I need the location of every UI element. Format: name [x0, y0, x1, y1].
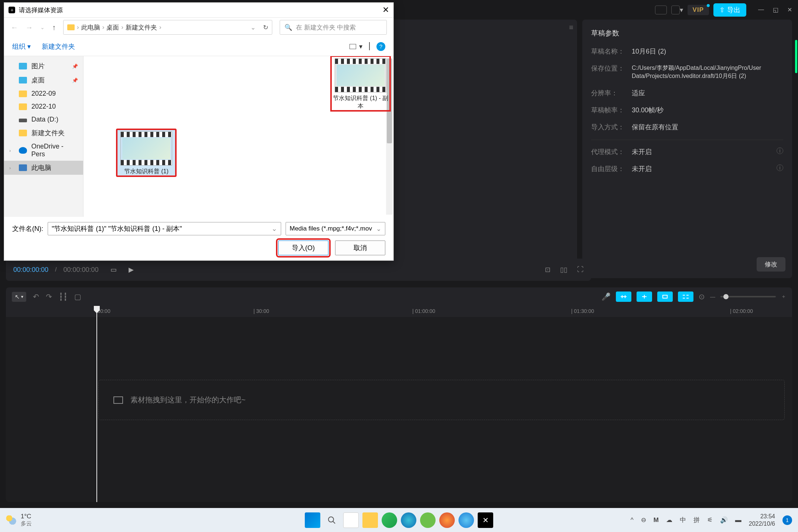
redo-button[interactable]: ↷: [46, 292, 52, 301]
search-input[interactable]: 🔍 在 新建文件夹 中搜索: [280, 20, 387, 35]
timeline[interactable]: |00:00 | 30:00 | 01:00:00 | 01:30:00 | 0…: [6, 306, 792, 502]
timeline-tool-2[interactable]: [637, 291, 652, 302]
playhead[interactable]: [96, 306, 97, 502]
export-icon: ⇧: [719, 6, 725, 14]
volume-icon[interactable]: 🔊: [720, 516, 728, 524]
tray-chevron-icon[interactable]: ^: [631, 516, 634, 524]
sidebar-item[interactable]: Data (D:): [4, 113, 83, 126]
preview-pane-button[interactable]: [369, 42, 370, 50]
close-button[interactable]: ✕: [787, 6, 792, 13]
start-button[interactable]: [305, 512, 320, 528]
task-view-button[interactable]: [343, 512, 359, 528]
weather-widget[interactable]: 1°C多云: [6, 513, 32, 527]
filename-input[interactable]: "节水知识科普 (1)" "节水知识科普 (1) - 副本"⌄: [48, 222, 281, 235]
tray-icon[interactable]: ⊖: [641, 516, 646, 524]
file-explorer-icon[interactable]: [362, 512, 378, 528]
ime-indicator[interactable]: 中: [680, 516, 686, 524]
onedrive-icon[interactable]: ☁: [666, 516, 672, 524]
tray-icon[interactable]: M: [654, 516, 659, 524]
help-button[interactable]: ?: [376, 42, 385, 51]
keyboard-icon[interactable]: [655, 4, 667, 16]
delete-button[interactable]: ▢: [74, 292, 81, 301]
frame-icon[interactable]: ⊡: [545, 266, 550, 274]
search-icon: 🔍: [284, 24, 292, 31]
split-button[interactable]: ┇┇: [59, 292, 68, 301]
ruler-tick: | 30:00: [253, 308, 269, 314]
maximize-button[interactable]: ◱: [773, 6, 778, 13]
zoom-in-button[interactable]: ＋: [781, 293, 786, 300]
sidebar-item[interactable]: ›此电脑: [4, 161, 83, 175]
undo-button[interactable]: ↶: [33, 292, 39, 301]
view-mode-button[interactable]: ▾: [349, 42, 362, 51]
play-button[interactable]: ▶: [129, 266, 134, 274]
sidebar-item[interactable]: ›OneDrive - Pers: [4, 140, 83, 161]
modify-button[interactable]: 修改: [757, 257, 785, 272]
time-text: 23:54: [749, 513, 775, 520]
settings-icon[interactable]: ⊙: [699, 292, 705, 301]
import-button[interactable]: 导入(O): [278, 241, 328, 255]
nav-up-button[interactable]: ↑: [52, 23, 56, 32]
taskbar-app[interactable]: [382, 512, 397, 528]
vip-badge[interactable]: VIP: [688, 5, 709, 15]
timeline-drop-hint: 素材拖拽到这里，开始你的大作吧~: [98, 380, 785, 420]
new-folder-button[interactable]: 新建文件夹: [42, 42, 75, 51]
export-button[interactable]: ⇧ 导出: [713, 3, 746, 17]
taskbar-app[interactable]: [458, 512, 474, 528]
sidebar-item[interactable]: 2022-10: [4, 100, 83, 113]
timeline-tool-4[interactable]: [678, 291, 693, 302]
timeline-tool-3[interactable]: [657, 291, 673, 302]
sidebar-item[interactable]: 桌面📌: [4, 73, 83, 87]
zoom-slider[interactable]: [720, 296, 776, 297]
taskbar-app[interactable]: [420, 512, 436, 528]
dialog-nav-bar: ← → ⌄ ↑ › 此电脑› 桌面› 新建文件夹› ⌄ ↻ 🔍 在 新建文件夹 …: [4, 17, 393, 37]
taskbar-search[interactable]: [324, 512, 340, 528]
nav-forward-button[interactable]: →: [25, 23, 33, 32]
edge-icon[interactable]: [401, 512, 416, 528]
battery-icon[interactable]: ▬: [735, 516, 741, 524]
firefox-icon[interactable]: [439, 512, 455, 528]
jianying-icon[interactable]: ✕: [478, 512, 493, 528]
draft-name-value: 10月6日 (2): [632, 47, 783, 56]
dialog-close-button[interactable]: ✕: [382, 5, 389, 15]
clock[interactable]: 23:54 2022/10/6: [749, 513, 775, 527]
chevron-down-icon[interactable]: ⌄: [250, 24, 256, 31]
timeline-ruler[interactable]: |00:00 | 30:00 | 01:00:00 | 01:30:00 | 0…: [6, 306, 792, 317]
ime-indicator[interactable]: 拼: [693, 516, 700, 524]
breadcrumb-segment[interactable]: 此电脑: [81, 23, 100, 32]
cancel-button[interactable]: 取消: [335, 241, 385, 255]
timeline-tool-1[interactable]: [616, 291, 631, 302]
panel-menu-icon[interactable]: ≡: [569, 23, 573, 32]
info-icon[interactable]: i: [777, 147, 783, 154]
file-list[interactable]: 节水知识科普 (1) - 副本节水知识科普 (1): [83, 56, 393, 217]
nav-recent-button[interactable]: ⌄: [40, 24, 45, 30]
breadcrumb-segment[interactable]: 桌面: [106, 23, 119, 32]
app-icon: [8, 7, 15, 13]
ruler-tick: | 01:00:00: [412, 308, 435, 314]
file-item[interactable]: 节水知识科普 (1): [117, 129, 176, 176]
nav-back-button[interactable]: ←: [11, 23, 18, 32]
layout-icon[interactable]: ▾: [671, 4, 683, 16]
sidebar-item[interactable]: 2022-09: [4, 87, 83, 100]
sidebar-item[interactable]: 图片📌: [4, 59, 83, 73]
info-icon[interactable]: i: [777, 164, 783, 171]
layer-label: 自由层级：: [591, 164, 632, 173]
weather-icon: [6, 515, 17, 525]
mic-icon[interactable]: 🎤: [601, 292, 611, 301]
organize-menu[interactable]: 组织 ▾: [12, 42, 31, 51]
cursor-tool[interactable]: ↖ ▾: [12, 292, 26, 302]
breadcrumb-segment[interactable]: 新建文件夹: [126, 23, 157, 32]
compare-icon[interactable]: ▯▯: [560, 266, 567, 274]
file-item[interactable]: 节水知识科普 (1) - 副本: [331, 56, 390, 111]
breadcrumb[interactable]: › 此电脑› 桌面› 新建文件夹› ⌄ ↻: [63, 20, 272, 35]
zoom-out-button[interactable]: —: [710, 294, 715, 300]
svg-rect-0: [663, 295, 667, 298]
wifi-icon[interactable]: ⚟: [707, 516, 713, 524]
dialog-toolbar: 组织 ▾ 新建文件夹 ▾ ?: [4, 37, 393, 56]
sidebar-item[interactable]: 新建文件夹: [4, 126, 83, 140]
refresh-button[interactable]: ↻: [263, 24, 268, 31]
minimize-button[interactable]: —: [758, 6, 764, 13]
notification-badge[interactable]: 1: [782, 515, 792, 525]
file-type-select[interactable]: Media files (*.mpg;*.f4v;*.mov⌄: [286, 222, 385, 235]
ratio-icon[interactable]: ▭: [110, 266, 117, 274]
fullscreen-icon[interactable]: ⛶: [577, 266, 584, 274]
